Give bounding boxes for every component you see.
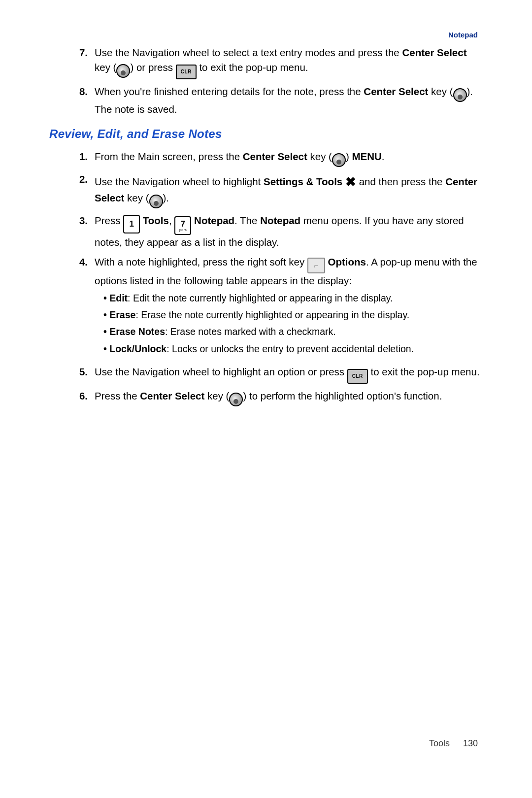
option-name: Edit: [109, 293, 128, 303]
bold-term: Tools: [143, 215, 169, 226]
option-name: Lock/Unlock: [109, 343, 166, 354]
step-number: 8.: [49, 84, 95, 117]
clr-key-icon: CLR: [176, 65, 197, 79]
bold-term: Settings & Tools: [264, 176, 342, 187]
center-select-key-icon: [149, 195, 163, 208]
step-item: 7.Use the Navigation wheel to select a t…: [49, 45, 483, 79]
step-body: With a note highlighted, press the right…: [95, 255, 483, 360]
step-body: Use the Navigation wheel to select a tex…: [95, 45, 483, 79]
clr-key-icon: CLR: [347, 369, 368, 384]
section-heading: Review, Edit, and Erase Notes: [49, 126, 483, 143]
step-number: 2.: [49, 172, 95, 208]
option-bullet: Lock/Unlock: Locks or unlocks the entry …: [103, 342, 483, 356]
center-select-key-icon: [453, 88, 467, 102]
option-name: Erase: [109, 309, 135, 320]
step-body: When you're finished entering details fo…: [95, 84, 483, 117]
step-number: 4.: [49, 255, 95, 360]
step-number: 5.: [49, 365, 95, 384]
right-soft-key-icon: ⌐: [307, 258, 325, 273]
step-list: 1.From the Main screen, press the Center…: [49, 149, 483, 406]
step-number: 7.: [49, 45, 95, 79]
manual-page: Notepad 7.Use the Navigation wheel to se…: [0, 0, 532, 798]
center-select-key-icon: [332, 153, 346, 167]
header-section-tag: Notepad: [448, 30, 478, 40]
option-bullet: Erase: Erase the note currently highligh…: [103, 308, 483, 322]
center-select-key-icon: [116, 64, 130, 78]
digit-key-1-icon: 1: [123, 215, 140, 233]
page-footer: Tools 130: [429, 737, 478, 750]
step-body: Press the Center Select key () to perfor…: [95, 389, 483, 406]
bold-term: Center Select: [364, 86, 428, 97]
options-bullet-list: Edit: Edit the note currently highlighte…: [103, 291, 483, 356]
step-item: 8.When you're finished entering details …: [49, 84, 483, 117]
footer-page-number: 130: [463, 738, 478, 748]
option-name: Erase Notes: [109, 326, 165, 337]
footer-section: Tools: [429, 738, 450, 748]
step-number: 1.: [49, 149, 95, 167]
step-body: Use the Navigation wheel to highlight Se…: [95, 172, 483, 208]
bold-term: Center Select: [140, 390, 204, 401]
step-item: 1.From the Main screen, press the Center…: [49, 149, 483, 167]
bold-term: Notepad: [194, 215, 234, 226]
page-content: 7.Use the Navigation wheel to select a t…: [49, 45, 483, 406]
step-number: 6.: [49, 389, 95, 406]
bold-term: MENU: [352, 151, 381, 162]
step-body: Press 1 Tools, 7pqrs Notepad. The Notepa…: [95, 213, 483, 250]
step-body: From the Main screen, press the Center S…: [95, 149, 483, 167]
continued-step-list: 7.Use the Navigation wheel to select a t…: [49, 45, 483, 117]
step-item: 3.Press 1 Tools, 7pqrs Notepad. The Note…: [49, 213, 483, 250]
bold-term: Notepad: [260, 215, 300, 226]
option-bullet: Edit: Edit the note currently highlighte…: [103, 291, 483, 305]
bold-term: Center Select: [402, 47, 466, 58]
step-item: 4.With a note highlighted, press the rig…: [49, 255, 483, 360]
step-item: 5.Use the Navigation wheel to highlight …: [49, 365, 483, 384]
settings-tools-icon: ✖: [345, 174, 356, 189]
step-item: 2.Use the Navigation wheel to highlight …: [49, 172, 483, 208]
bold-term: Options: [328, 256, 366, 267]
step-body: Use the Navigation wheel to highlight an…: [95, 365, 483, 384]
step-number: 3.: [49, 213, 95, 250]
step-item: 6.Press the Center Select key () to perf…: [49, 389, 483, 406]
digit-key-7-icon: 7pqrs: [174, 216, 191, 235]
option-bullet: Erase Notes: Erase notes marked with a c…: [103, 325, 483, 338]
center-select-key-icon: [229, 393, 243, 406]
bold-term: Center Select: [243, 151, 307, 162]
